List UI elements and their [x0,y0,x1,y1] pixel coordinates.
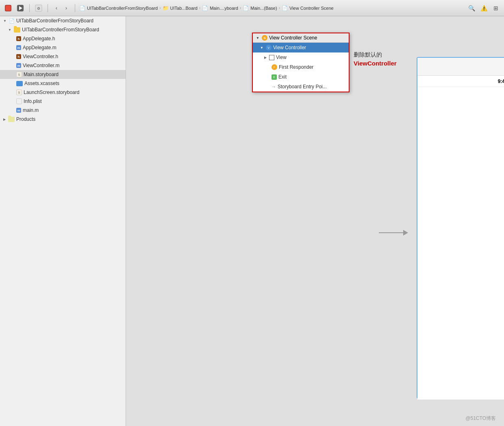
breadcrumb-item-5[interactable]: 📄 View Controller Scene [282,5,334,11]
annotation-line2: ViewController [354,59,397,68]
toolbar-separator-1 [29,4,30,12]
iphone-content [417,87,504,400]
canvas: ▼ S View Controller Scene ▼ V View Contr… [126,16,504,426]
storyboard-arrow-icon: → [272,84,276,89]
xcassets-icon [16,81,23,86]
sidebar-item-infoplist[interactable]: Info.plist [0,97,126,106]
annotation-line1: 删除默认的 [354,51,397,59]
products-folder-icon [8,117,15,122]
vc-icon: V [266,45,272,50]
first-responder-icon: F [272,64,277,70]
sidebar: ▼ 📄 UITabBarControllerFromStoryBoard ▼ U… [0,16,126,426]
toolbar-separator-3 [75,4,75,12]
iphone-status-bar: 9:41 AM [417,76,504,87]
sidebar-item-appdelegate-h[interactable]: h AppDelegate.h [0,34,126,43]
breadcrumb-item-4[interactable]: 📄 Main...(Base) [243,5,277,11]
breadcrumb-item-1[interactable]: 📄 UITabBarControllerFromStoryBoard [79,5,158,11]
main-layout: ▼ 📄 UITabBarControllerFromStoryBoard ▼ U… [0,16,504,426]
scene-panel-header: ▼ S View Controller Scene [253,33,349,43]
svg-text:⚙: ⚙ [37,7,40,11]
products-triangle: ▶ [3,118,6,121]
collapse-triangle: ▼ [3,19,7,23]
h-icon-2: h [16,54,21,59]
nav-buttons: ‹ › [52,4,71,13]
scene-item-exit[interactable]: E Exit [253,72,349,82]
storyboard-icon-2: S [16,90,22,95]
m-icon-2: m [16,63,21,68]
search-toolbar-icon[interactable]: 🔍 [467,3,476,13]
nav-forward-button[interactable]: › [62,4,71,13]
breadcrumb-sep-1: › [159,6,161,10]
warning-icon[interactable]: ⚠️ [479,3,489,13]
vc-triangle: ▼ [260,46,263,50]
toolbar-separator-2 [48,4,48,12]
svg-rect-1 [6,6,11,11]
scene-item-first-responder[interactable]: F First Responder [253,62,349,72]
sidebar-item-launchscreen[interactable]: S LaunchScreen.storyboard [0,88,126,97]
breadcrumb-item-3[interactable]: 📄 Main....yboard [202,5,238,11]
grid-icon[interactable]: ⊞ [491,3,501,13]
arrow-line [379,232,403,233]
scene-collapse-triangle: ▼ [256,36,259,40]
scheme-icon[interactable]: ⚙ [34,3,43,13]
breadcrumb-item-2[interactable]: 📁 UITab...Board [163,5,198,11]
m-icon: m [16,45,21,50]
sidebar-item-main-m[interactable]: m main.m [0,106,126,115]
breadcrumb: 📄 UITabBarControllerFromStoryBoard › 📁 U… [79,5,464,11]
breadcrumb-sep-3: › [240,6,241,10]
iphone-toolbar [417,58,504,76]
stop-run-icon[interactable] [3,3,13,13]
iphone-mockup: 9:41 AM [417,57,504,399]
folder-icon [14,27,20,33]
scene-item-viewcontroller[interactable]: ▼ V View Controller [253,43,349,52]
group-triangle: ▼ [8,28,11,32]
scene-item-view[interactable]: ▶ View [253,52,349,62]
breadcrumb-sep-4: › [279,6,280,10]
sidebar-item-viewcontroller-m[interactable]: m ViewController.m [0,61,126,70]
h-icon: h [16,36,21,41]
nav-back-button[interactable]: ‹ [52,4,61,13]
exit-icon: E [272,74,277,80]
run-icon[interactable] [15,3,25,13]
scene-item-storyboard-entry[interactable]: → Storyboard Entry Poi... [253,82,349,92]
sidebar-item-products[interactable]: ▶ Products [0,115,126,124]
view-icon [269,55,274,60]
m-icon-3: m [16,108,21,113]
sidebar-item-viewcontroller-h[interactable]: h ViewController.h [0,52,126,61]
storyboard-entry-arrow [379,230,408,236]
annotation: 删除默认的 ViewController [354,51,397,68]
watermark: @51CTO博客 [465,415,496,422]
storyboard-icon: S [16,72,22,77]
scene-panel: ▼ S View Controller Scene ▼ V View Contr… [252,33,350,92]
view-triangle: ▶ [264,56,267,59]
iphone-time: 9:41 AM [498,79,504,84]
scene-header-icon: S [262,35,267,41]
main-toolbar: ⚙ ‹ › 📄 UITabBarControllerFromStoryBoard… [0,0,504,16]
breadcrumb-sep-2: › [199,6,200,10]
sidebar-group[interactable]: ▼ UITabBarControllerFromStoryBoard [0,25,126,34]
arrow-head [403,230,408,236]
plist-icon [16,98,22,104]
sidebar-item-appdelegate-m[interactable]: m AppDelegate.m [0,43,126,52]
sidebar-root[interactable]: ▼ 📄 UITabBarControllerFromStoryBoard [0,16,126,25]
sidebar-item-main-storyboard[interactable]: S Main.storyboard [0,70,126,79]
sidebar-item-assets[interactable]: Assets.xcassets [0,79,126,88]
